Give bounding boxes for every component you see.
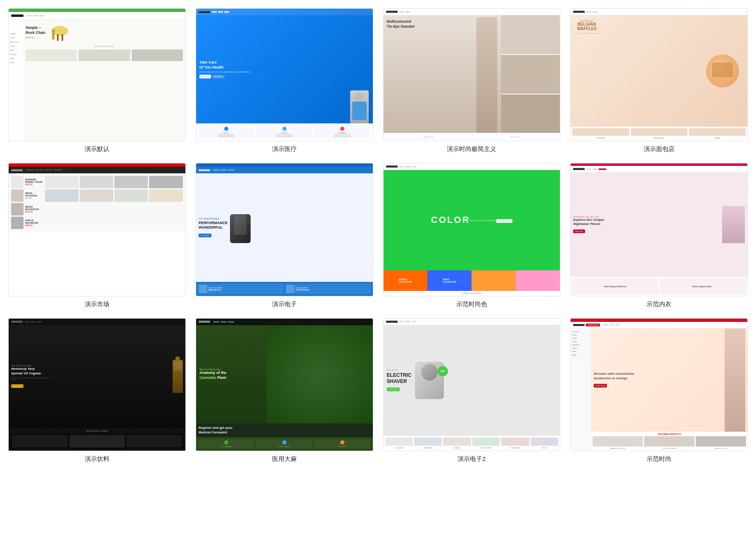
preview-lingerie[interactable]: Premium Collection Explore Our UniqueNig… [570, 163, 748, 296]
nav-link [33, 15, 38, 17]
cat-image [385, 437, 413, 446]
grid-item [149, 189, 182, 202]
footer-section: Doctors Hospital Emergency [196, 123, 373, 141]
item-label: 演示默认 [85, 145, 109, 153]
product-name: WOOLSCARVES [25, 192, 37, 197]
product-label: Macaroons [654, 137, 664, 139]
accessories-section: NEW DISCOVERYWEBCAMS 2017 ACCESSORIESLEA… [196, 282, 373, 296]
preview-market[interactable]: MODERNDINING CHAIR $220.00 WOOLSCARVES $… [8, 163, 186, 296]
hero-title: Take CareOf You Health [199, 60, 250, 70]
sidebar-item-tables: Tables [572, 347, 589, 350]
nav-link [603, 324, 608, 326]
nav-link [412, 321, 417, 322]
product-image [11, 176, 24, 188]
product-info: WOOLSCARVES $43.00 [25, 192, 37, 199]
feature-label: Safe Return [315, 445, 370, 447]
cta-btn-1[interactable]: Book Now [199, 75, 211, 78]
hero-text: The Esu is Global Hennessy VerySpecial V… [11, 364, 170, 388]
main-image: MulticolouredTie-dye Sweater [384, 15, 501, 133]
item-label: 演示饮料 [85, 455, 109, 463]
nav-item [220, 321, 227, 323]
nav-links [213, 321, 234, 323]
section-label: FEATURED PRODUCTS AMAZING FASHION STYLIS… [591, 432, 747, 451]
preview-drinks[interactable]: The Esu is Global Hennessy VerySpecial V… [8, 318, 186, 451]
cat-label: COOKING [510, 447, 520, 449]
grid-item [45, 189, 78, 202]
top-bar [9, 9, 185, 12]
nav-link [399, 11, 404, 13]
cat-image [472, 437, 500, 446]
sidebar-item: Accessories [10, 40, 22, 44]
list-item: MODERNDINING CHAIR $220.00 WOOLSCARVES $… [8, 163, 186, 308]
card-lingerie: Best Lingerie Style... [659, 278, 746, 295]
logo [573, 168, 585, 170]
product-grid [45, 176, 183, 202]
sidebar-item-beds: Beds [572, 350, 589, 353]
emergency-icon [340, 127, 344, 131]
card-spring: New Spring Collection [572, 278, 659, 295]
card-title: New Spring Collection [604, 285, 626, 288]
svg-rect-3 [52, 29, 55, 40]
preview-medical[interactable]: Take CareOf You Health We will help you … [196, 8, 373, 141]
shipping-icon [224, 440, 228, 444]
doctor-head [355, 92, 363, 101]
bottle-label [174, 362, 182, 370]
body-section: Furniture Chairs Sofas Lamps Wall Plans … [571, 329, 747, 451]
shaver-container: $169 [415, 362, 444, 399]
sidebar: Furniture Chairs Sofas Lamps Wall Plans … [571, 329, 591, 451]
preview-fashion-color[interactable]: COLOR Discover Our New Collection SHOP N… [383, 163, 561, 296]
cat-item [26, 50, 77, 61]
card-line [276, 136, 293, 137]
svg-rect-1 [57, 34, 59, 41]
hero-subtitle: We will help you with any medical issue … [199, 71, 250, 73]
products-row: AMAZING FASHION STYLISH FASHION FASHION … [592, 436, 746, 449]
cat-lighting: LIGHTING [414, 437, 442, 449]
price-badge: $169 [438, 366, 448, 376]
sidebar-item: Sofas [10, 57, 22, 61]
hero-text: Blondes with minimalistictendencies to v… [594, 372, 634, 388]
product-price: $43.00 [25, 197, 37, 199]
product-label: Cupcakes [596, 137, 605, 139]
latest-products-label: LATEST PRODUCTS [384, 291, 560, 296]
hero-section: COLOR Discover Our New Collection SHOP N… [384, 170, 560, 270]
preview-bakery[interactable]: Tea Collection BELGIANWAFFLES Our Fine H… [570, 8, 748, 141]
preview-fashion2[interactable]: CATEGORIES Furniture Chairs Sofas Lamps … [570, 318, 748, 451]
nav-links [399, 11, 410, 13]
preview-cannabis[interactable]: What You Need is Here Anatomy of theCann… [196, 318, 373, 451]
cat-label: LIGHTING [423, 447, 433, 449]
hero-text: Premium Collection Explore Our UniqueNig… [573, 216, 719, 234]
nav-links [212, 11, 229, 13]
nav-link [615, 324, 620, 326]
product-image [689, 128, 746, 136]
nav-link [405, 166, 410, 168]
preview-electronics[interactable]: TOP SMARTPHONES PERFORMANCEWONDERFUL BUY… [196, 163, 373, 296]
cta-button[interactable]: Shop Now [573, 229, 585, 233]
cat-item [78, 50, 130, 61]
cta-button[interactable]: BUY NOW [199, 234, 211, 237]
cat-image [501, 437, 529, 446]
bottom-section: New Spring Collection Best Lingerie Styl… [571, 277, 747, 296]
logo [386, 11, 398, 13]
preview-electronics2[interactable]: Best Seller ELECTRICSHAVER BUY NOW $169 … [383, 318, 561, 451]
product-macbook: APPLEMACBOOK $999.00 [11, 217, 43, 229]
nav-link [399, 166, 404, 168]
product-price: $999.00 [25, 224, 38, 227]
preview-fashion-minimalist[interactable]: MulticolouredTie-dye Sweater Out/Seasona… [383, 8, 561, 141]
cat-image [414, 437, 442, 446]
cta-button[interactable]: BUY NOW [387, 388, 400, 391]
product-info: MODERNDINING CHAIR $220.00 [25, 178, 43, 186]
nav-bar [9, 319, 185, 325]
sidebar-item-furniture: Furniture [572, 330, 589, 333]
preview-default[interactable]: Catalog Clocks Accessories Create Books … [8, 8, 186, 141]
cta-btn-2[interactable]: Read More [212, 75, 225, 78]
cat-cooking: COOKING [501, 437, 529, 449]
cat-toys: TOYS [531, 437, 558, 449]
main-content: Blondes with minimalistictendencies to v… [591, 329, 747, 451]
hero-title: MulticolouredTie-dye Sweater [387, 19, 415, 29]
cta-button[interactable]: SHOP NOW [594, 384, 607, 388]
side-image-3 [501, 95, 560, 133]
hero-section: Take CareOf You Health We will help you … [196, 15, 373, 123]
grid-item [114, 176, 148, 188]
cta-button[interactable]: Shop Now [11, 384, 24, 388]
cta-button[interactable]: SHOP NOW [496, 219, 512, 223]
